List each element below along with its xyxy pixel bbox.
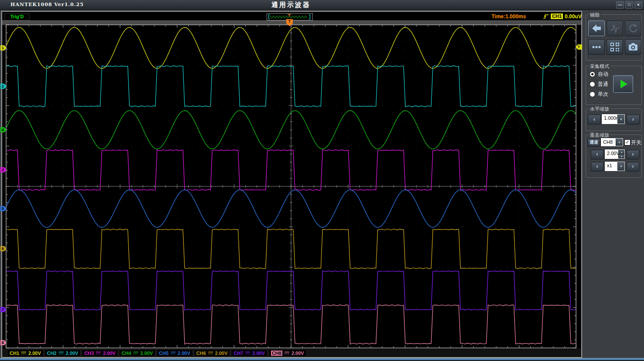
channel-select[interactable]: CH8 ▼ bbox=[601, 138, 623, 146]
chip-label: CH4 bbox=[122, 351, 131, 356]
acquire-option-2[interactable]: 单次 bbox=[590, 91, 608, 98]
channel-chip-CH4[interactable]: CH42.00V bbox=[119, 349, 156, 357]
channel-chip-CH2[interactable]: CH22.00V bbox=[44, 349, 81, 357]
multiplier-next-button[interactable]: › bbox=[627, 162, 639, 172]
chip-label: CH1 bbox=[10, 351, 19, 356]
coupling-dc-icon bbox=[170, 351, 176, 355]
undo-arrow-icon bbox=[627, 23, 639, 34]
play-icon bbox=[620, 80, 627, 88]
ellipsis-icon bbox=[591, 42, 602, 52]
window-titlebar: HANTEK1008 Ver1.0.25 通用示波器 — □ × bbox=[0, 0, 644, 10]
trigger-level-readout: 0.00uV bbox=[565, 13, 582, 20]
chip-volts: 2.00V bbox=[215, 351, 228, 356]
channel-chip-CH3[interactable]: CH32.00V bbox=[81, 349, 118, 357]
window-controls: — □ × bbox=[616, 1, 642, 9]
spinner-buttons: ▲ ▼ bbox=[618, 150, 624, 159]
qrcode-button[interactable] bbox=[607, 39, 623, 55]
pulse-wave-icon bbox=[609, 23, 620, 34]
volts-spinner[interactable]: 2.00V ▲ ▼ bbox=[605, 149, 625, 159]
minimize-button[interactable]: — bbox=[616, 1, 624, 9]
page-title: 通用示波器 bbox=[0, 1, 582, 9]
switch-checkbox[interactable]: ✓ bbox=[624, 139, 630, 145]
acquire-option-1[interactable]: 普通 bbox=[590, 81, 608, 88]
coupling-dc-icon bbox=[245, 351, 251, 355]
coupling-dc-icon bbox=[208, 351, 214, 355]
radio-icon[interactable] bbox=[590, 71, 595, 77]
coupling-dc-icon bbox=[284, 351, 290, 355]
channel-chip-CH6[interactable]: CH62.00V bbox=[194, 349, 230, 357]
hzoom-next-button[interactable]: › bbox=[627, 115, 640, 125]
scope-container bbox=[1, 11, 582, 358]
acquire-option-0[interactable]: 自动 bbox=[590, 71, 608, 78]
multiplier-value: x1 bbox=[605, 162, 617, 171]
radio-icon[interactable] bbox=[590, 81, 595, 87]
chip-volts: 2.00V bbox=[103, 351, 115, 356]
volts-increase-button[interactable]: › bbox=[627, 150, 639, 159]
close-button[interactable]: × bbox=[634, 1, 642, 9]
timebase-select[interactable]: 1.000ms ▼ bbox=[602, 114, 625, 124]
volts-decrease-button[interactable]: ‹ bbox=[591, 150, 603, 159]
spin-down-icon[interactable]: ▼ bbox=[619, 155, 624, 159]
trigger-edge-icon bbox=[543, 13, 549, 20]
vzoom-group-title: 垂直缩放 bbox=[589, 132, 610, 138]
channel-chip-CH8[interactable]: CH82.00V bbox=[268, 349, 307, 357]
acquire-group-title: 采集模式 bbox=[589, 63, 610, 70]
spin-up-icon[interactable]: ▲ bbox=[619, 150, 624, 155]
trigger-source-badge: CH1 bbox=[551, 13, 563, 19]
back-arrow-icon bbox=[591, 23, 602, 34]
chip-label: CH5 bbox=[159, 351, 169, 356]
chip-volts: 2.00V bbox=[252, 351, 265, 356]
chip-volts: 2.00V bbox=[66, 351, 78, 356]
chip-volts: 2.00V bbox=[28, 351, 41, 356]
channel-select-value: CH8 bbox=[601, 138, 616, 146]
channel-button[interactable]: 通道 bbox=[587, 138, 600, 147]
acquire-option-label: 单次 bbox=[598, 91, 608, 98]
trigger-status-badge: Trig'D bbox=[4, 13, 30, 20]
switch-label: 开关 bbox=[631, 139, 641, 146]
screenshot-button[interactable] bbox=[625, 39, 641, 55]
channel-bar: CH12.00VCH22.00VCH32.00VCH42.00VCH52.00V… bbox=[2, 348, 581, 357]
more-options-button[interactable] bbox=[588, 39, 605, 55]
timebase-readout: Time:1.000ms bbox=[491, 13, 526, 20]
radio-icon[interactable] bbox=[590, 91, 595, 97]
coupling-dc-icon bbox=[95, 351, 101, 355]
channel-chip-CH1[interactable]: CH12.00V bbox=[7, 349, 44, 357]
chevron-down-icon[interactable]: ▼ bbox=[617, 115, 624, 124]
chevron-down-icon[interactable]: ▼ bbox=[616, 138, 623, 146]
aux-group-title: 辅助 bbox=[589, 12, 601, 18]
qrcode-icon bbox=[609, 42, 620, 52]
coupling-dc-icon bbox=[58, 351, 64, 355]
chip-label: CH2 bbox=[47, 351, 57, 356]
channel-chip-CH7[interactable]: CH72.00V bbox=[231, 349, 268, 357]
coupling-dc-icon bbox=[21, 351, 27, 355]
acquire-option-label: 普通 bbox=[598, 81, 608, 88]
undo-button[interactable] bbox=[625, 20, 641, 36]
volts-value: 2.00V bbox=[605, 150, 618, 159]
chip-volts: 2.00V bbox=[140, 351, 153, 356]
ref-wave-button[interactable] bbox=[607, 20, 623, 36]
chip-label: CH7 bbox=[234, 351, 243, 356]
channel-chip-CH5[interactable]: CH52.00V bbox=[156, 349, 193, 357]
preview-wave-icon bbox=[267, 14, 312, 20]
multiplier-prev-button[interactable]: ‹ bbox=[591, 162, 603, 172]
back-button[interactable] bbox=[588, 20, 605, 36]
hzoom-prev-button[interactable]: ‹ bbox=[588, 115, 601, 125]
chevron-down-icon[interactable]: ▼ bbox=[617, 162, 624, 171]
coupling-dc-icon bbox=[133, 351, 139, 355]
chip-label: CH6 bbox=[197, 351, 206, 356]
camera-icon bbox=[627, 42, 639, 52]
hzoom-group-title: 水平缩放 bbox=[589, 106, 610, 112]
acquire-option-label: 自动 bbox=[598, 71, 608, 78]
chip-label: CH8 bbox=[271, 351, 282, 356]
chip-label: CH3 bbox=[84, 351, 94, 356]
run-stop-button[interactable] bbox=[613, 75, 633, 93]
chip-volts: 2.00V bbox=[291, 351, 304, 356]
chip-volts: 2.00V bbox=[178, 351, 190, 356]
multiplier-select[interactable]: x1 ▼ bbox=[605, 162, 625, 171]
maximize-button[interactable]: □ bbox=[625, 1, 633, 9]
timebase-value: 1.000ms bbox=[602, 115, 617, 124]
